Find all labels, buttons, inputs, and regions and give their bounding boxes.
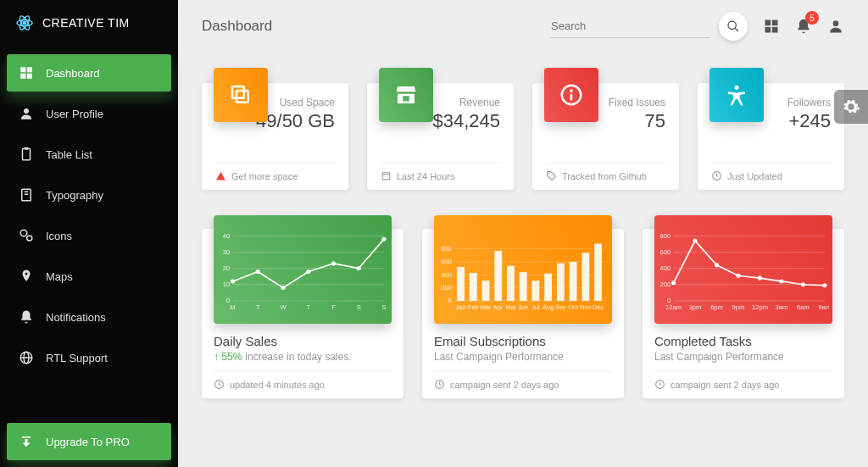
svg-point-15	[27, 236, 32, 241]
svg-text:200: 200	[660, 281, 671, 288]
sidebar-item-label: Maps	[46, 270, 73, 283]
svg-point-110	[736, 274, 740, 278]
sidebar-item-maps[interactable]: Maps	[7, 258, 171, 295]
svg-point-53	[381, 237, 386, 242]
chart-title: Completed Tasks	[654, 334, 832, 348]
chart-foot: campaign sent 2 days ago	[654, 371, 832, 390]
svg-text:M: M	[230, 303, 235, 311]
copy-icon	[228, 82, 253, 108]
sidebar-item-typography[interactable]: Typography	[7, 176, 171, 214]
sidebar-item-label: Typography	[46, 189, 103, 202]
svg-text:W: W	[280, 303, 287, 311]
svg-point-35	[735, 86, 739, 90]
brand[interactable]: CREATIVE TIM	[0, 0, 178, 46]
info-icon	[559, 82, 584, 108]
main: Dashboard 5 Used Space49/50 GBGet more s…	[178, 0, 868, 467]
svg-text:T: T	[256, 303, 260, 311]
chart-foot-text: updated 4 minutes ago	[230, 380, 325, 390]
upgrade-button[interactable]: Upgrade To PRO	[7, 423, 171, 460]
svg-rect-78	[532, 281, 540, 301]
svg-rect-72	[457, 267, 465, 301]
sidebar-item-label: Dashboard	[46, 67, 100, 80]
topbar: Dashboard 5	[178, 0, 868, 53]
svg-point-34	[548, 173, 550, 175]
store-icon	[393, 82, 419, 108]
chart-foot: updated 4 minutes ago	[214, 371, 392, 390]
svg-point-50	[306, 270, 310, 274]
svg-rect-76	[507, 266, 515, 301]
svg-text:30: 30	[223, 248, 230, 256]
svg-text:3pm: 3pm	[689, 303, 702, 311]
stat-foot[interactable]: Just Updated	[711, 163, 831, 181]
svg-point-26	[833, 20, 839, 26]
stat-foot-text: Tracked from Github	[562, 171, 647, 181]
sidebar-item-user-profile[interactable]: User Profile	[7, 95, 171, 132]
brand-text: CREATIVE TIM	[42, 16, 130, 30]
svg-text:12am: 12am	[665, 303, 682, 311]
svg-point-112	[779, 279, 783, 283]
sidebar-item-table-list[interactable]: Table List	[7, 136, 171, 173]
search	[549, 12, 748, 41]
svg-text:S: S	[357, 303, 361, 311]
svg-text:S: S	[381, 303, 386, 311]
warn-icon	[215, 170, 226, 181]
stat-foot[interactable]: Last 24 Hours	[381, 163, 500, 181]
sidebar-item-notifications[interactable]: Notifications	[7, 298, 171, 336]
svg-rect-28	[232, 86, 244, 98]
svg-rect-79	[544, 274, 552, 301]
svg-text:Feb: Feb	[468, 303, 479, 311]
stat-foot[interactable]: Get more space	[215, 163, 335, 181]
search-input[interactable]	[549, 14, 710, 38]
chart-foot-text: campaign sent 2 days ago	[450, 380, 559, 390]
stat-card-3: Followers+245Just Updated	[698, 83, 844, 190]
sidebar-item-rtl-support[interactable]: RTL Support	[7, 339, 171, 376]
svg-rect-83	[594, 244, 602, 301]
chart-card-1: 0200400600800JanFebMarAprMaiJunJulAugSep…	[422, 229, 624, 398]
stat-foot[interactable]: Tracked from Github	[546, 163, 665, 181]
svg-text:3am: 3am	[776, 303, 788, 311]
trend-up-icon: ↑ 55%	[214, 351, 242, 363]
clipboard-icon	[19, 147, 34, 162]
svg-rect-22	[765, 20, 771, 26]
search-button[interactable]	[719, 12, 748, 41]
svg-rect-82	[581, 253, 589, 301]
svg-text:9pm: 9pm	[732, 303, 745, 311]
clock-icon	[214, 379, 225, 390]
nav: DashboardUser ProfileTable ListTypograph…	[0, 46, 178, 416]
chart-box: 020040060080012am3pm6pm9pm12pm3am6am9am	[654, 215, 832, 324]
stat-card-0: Used Space49/50 GBGet more space	[202, 83, 348, 190]
svg-point-0	[23, 21, 26, 25]
svg-text:20: 20	[223, 264, 230, 272]
notifications-icon-button[interactable]: 5	[795, 18, 812, 35]
sidebar: CREATIVE TIM DashboardUser ProfileTable …	[0, 0, 178, 467]
chart-sub-text: Last Campaign Performance	[654, 351, 784, 363]
svg-text:Apr: Apr	[493, 303, 504, 311]
book-icon	[19, 187, 34, 203]
clock-icon	[711, 170, 722, 181]
svg-rect-80	[557, 264, 565, 301]
profile-icon-button[interactable]	[827, 18, 844, 35]
svg-point-14	[20, 230, 27, 236]
svg-text:T: T	[306, 303, 310, 311]
dashboard-icon-button[interactable]	[763, 18, 780, 35]
svg-text:800: 800	[660, 232, 671, 240]
svg-text:Mar: Mar	[481, 303, 492, 311]
svg-text:0: 0	[226, 297, 230, 304]
svg-text:F: F	[331, 303, 336, 311]
search-icon	[726, 19, 740, 33]
chart-card-2: 020040060080012am3pm6pm9pm12pm3am6am9amC…	[643, 229, 844, 398]
notifications-badge: 5	[805, 11, 819, 25]
svg-point-47	[231, 279, 235, 283]
gear-icon	[842, 97, 860, 116]
svg-rect-25	[772, 27, 778, 33]
top-icons: 5	[763, 18, 844, 35]
sidebar-item-dashboard[interactable]: Dashboard	[7, 54, 171, 92]
chart-sub: Last Campaign Performance	[434, 351, 612, 363]
sidebar-item-icons[interactable]: Icons	[7, 217, 171, 254]
stat-foot-text: Get more space	[231, 171, 298, 181]
settings-floating-button[interactable]	[834, 90, 868, 124]
svg-rect-73	[470, 273, 477, 301]
svg-point-52	[357, 266, 361, 270]
react-logo-icon	[15, 14, 34, 32]
svg-text:Jul: Jul	[531, 303, 540, 311]
